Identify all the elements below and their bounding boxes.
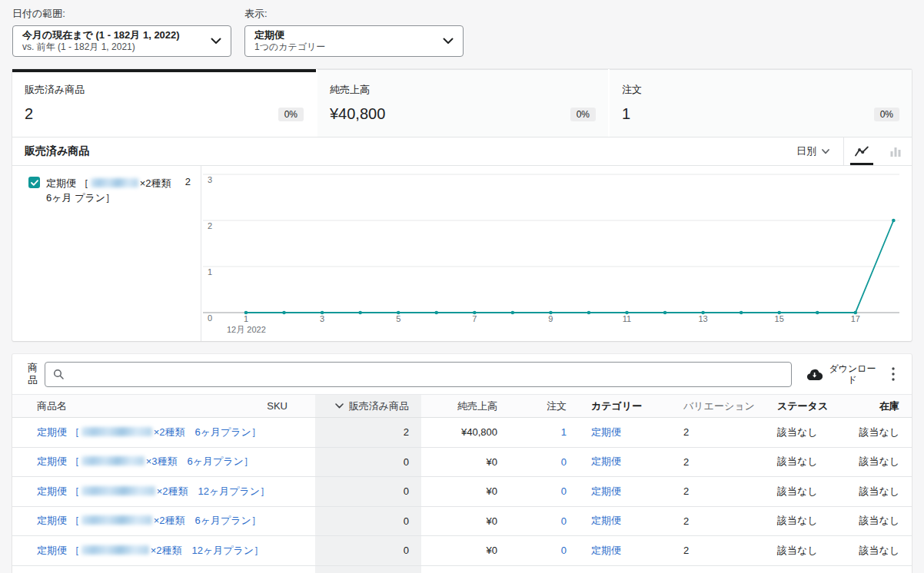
- variations-cell: 2: [671, 448, 756, 477]
- product-name-cell: 定期便 ［×2種類 12ヶ月プラン］: [12, 536, 246, 565]
- date-range-value: 今月の現在まで (1 - 182月 1, 2022): [22, 29, 180, 41]
- svg-text:3: 3: [320, 314, 324, 323]
- svg-text:13: 13: [698, 314, 707, 323]
- status-cell: 該当なし: [756, 507, 848, 536]
- product-name-link[interactable]: 定期便 ［×2種類 12ヶ月プラン］: [37, 485, 270, 498]
- metric-title: 販売済み商品: [25, 83, 304, 97]
- inventory-cell: 該当なし: [848, 477, 912, 506]
- date-range-dropdown[interactable]: 今月の現在まで (1 - 182月 1, 2022) vs. 前年 (1 - 1…: [12, 25, 231, 57]
- data-point: [282, 311, 286, 315]
- legend-checkbox[interactable]: [28, 177, 40, 188]
- metric-value: ¥40,800: [330, 105, 385, 123]
- product-name-link[interactable]: 定期便 ［×2種類 6ヶ月プラン］: [37, 514, 261, 528]
- orders-cell: 0: [510, 536, 579, 565]
- chevron-down-icon: [443, 38, 454, 45]
- redacted-text: [81, 515, 152, 525]
- change-badge: 0%: [278, 108, 304, 121]
- chevron-down-icon: [211, 38, 221, 45]
- product-name-link[interactable]: 定期便 ［×2種類 12ヶ月プラン］: [37, 544, 264, 558]
- metric-title: 注文: [622, 83, 899, 97]
- category-link[interactable]: 定期便: [591, 455, 621, 469]
- chart-title: 販売済み商品: [25, 144, 89, 158]
- product-name-link[interactable]: 定期便 ［×3種類 6ヶ月プラン］: [37, 455, 254, 469]
- data-point: [244, 311, 248, 315]
- category-link[interactable]: 定期便: [591, 485, 621, 498]
- data-point: [549, 311, 553, 315]
- metric-tab-units-sold[interactable]: 販売済み商品 2 0%: [12, 69, 316, 137]
- orders-link[interactable]: 0: [561, 515, 567, 527]
- granularity-dropdown[interactable]: 日別: [796, 144, 843, 158]
- svg-text:5: 5: [396, 314, 401, 323]
- metric-tab-net-sales[interactable]: 純売上高 ¥40,800 0%: [317, 69, 608, 137]
- category-link[interactable]: 定期便: [591, 514, 621, 528]
- change-badge: 0%: [570, 108, 596, 121]
- chart-controls: 日別: [796, 137, 912, 165]
- orders-link[interactable]: 1: [561, 426, 567, 438]
- table-row: 定期便 ［×2種類 6ヶ月プラン］2¥40,8001定期便2該当なし該当なし: [12, 418, 912, 448]
- display-dropdown[interactable]: 定期便 1つのカテゴリー: [244, 25, 464, 57]
- redacted-text: [81, 545, 149, 555]
- column-header-product-name[interactable]: 商品名: [12, 395, 246, 417]
- sales-line-chart: 0123135791113151712月 2022: [201, 166, 912, 341]
- cloud-download-icon: [806, 368, 823, 380]
- bar-chart-toggle[interactable]: [879, 137, 912, 165]
- data-point: [434, 311, 438, 315]
- date-range-comparison: vs. 前年 (1 - 182月 1, 2021): [22, 41, 180, 53]
- empty-cell: [579, 566, 671, 573]
- data-point: [625, 311, 629, 315]
- column-header-status[interactable]: ステータス: [756, 395, 848, 417]
- table-body: 定期便 ［×2種類 6ヶ月プラン］2¥40,8001定期便2該当なし該当なし定期…: [12, 418, 912, 573]
- column-header-sku[interactable]: SKU: [246, 395, 315, 417]
- category-cell: 定期便: [579, 536, 671, 565]
- sku-cell: [246, 477, 315, 506]
- product-name-link[interactable]: 定期便 ［×2種類 6ヶ月プラン］: [37, 426, 261, 439]
- empty-cell: [848, 566, 912, 573]
- svg-text:12月 2022: 12月 2022: [227, 325, 266, 334]
- status-cell: 該当なし: [756, 448, 848, 477]
- metric-tab-orders[interactable]: 注文 1 0%: [610, 69, 912, 137]
- search-box[interactable]: [45, 362, 792, 387]
- orders-cell: 0: [510, 507, 579, 536]
- metric-value: 2: [25, 105, 33, 123]
- empty-cell: [246, 566, 315, 573]
- inventory-cell: 該当なし: [848, 507, 912, 536]
- svg-text:11: 11: [623, 314, 631, 323]
- orders-link[interactable]: 0: [561, 485, 567, 497]
- change-badge: 0%: [874, 108, 899, 121]
- data-point: [321, 311, 324, 315]
- column-header-variations[interactable]: バリエーション: [671, 395, 756, 417]
- units-sold-cell: 0: [315, 536, 421, 565]
- download-button[interactable]: ダウンロード: [806, 363, 876, 385]
- date-range-label: 日付の範囲:: [12, 7, 231, 21]
- kebab-menu-icon: [892, 367, 895, 381]
- column-header-inventory[interactable]: 在庫: [848, 395, 912, 417]
- granularity-label: 日別: [796, 144, 816, 158]
- variations-cell: 2: [671, 418, 756, 447]
- column-header-orders[interactable]: 注文: [510, 395, 579, 417]
- column-header-units-sold[interactable]: 販売済み商品: [315, 395, 421, 417]
- line-chart-toggle[interactable]: [844, 137, 879, 165]
- metric-value: 1: [622, 105, 630, 123]
- kebab-menu-button[interactable]: [889, 364, 898, 384]
- redacted-text: [81, 456, 145, 465]
- search-input[interactable]: [70, 369, 783, 380]
- net-sales-cell: ¥0: [421, 477, 510, 506]
- product-name-cell: 定期便 ［×2種類 12ヶ月プラン］: [12, 477, 246, 506]
- product-name-cell: 定期便 ［×2種類 6ヶ月プラン］: [12, 418, 246, 447]
- display-label: 表示:: [244, 7, 464, 21]
- table-row: 定期便 ［×2種類 6ヶ月プラン］0¥00定期便2該当なし該当なし: [12, 507, 912, 537]
- category-link[interactable]: 定期便: [591, 544, 621, 558]
- line-chart-icon: [855, 146, 869, 157]
- inventory-cell: 該当なし: [848, 448, 912, 477]
- category-link[interactable]: 定期便: [591, 426, 621, 439]
- svg-text:17: 17: [851, 314, 860, 323]
- orders-link[interactable]: 0: [561, 456, 567, 468]
- column-header-net-sales[interactable]: 純売上高: [421, 395, 510, 417]
- legend-item[interactable]: 定期便 ［×2種類 6ヶ月 プラン］ 2: [28, 176, 191, 205]
- column-header-category[interactable]: カテゴリー: [579, 395, 671, 417]
- units-sold-cell: 0: [315, 448, 421, 477]
- chart-plot-area: 0123135791113151712月 2022: [201, 166, 912, 341]
- display-text: 定期便 1つのカテゴリー: [254, 29, 325, 53]
- orders-link[interactable]: 0: [561, 545, 567, 556]
- category-cell: 定期便: [579, 507, 671, 536]
